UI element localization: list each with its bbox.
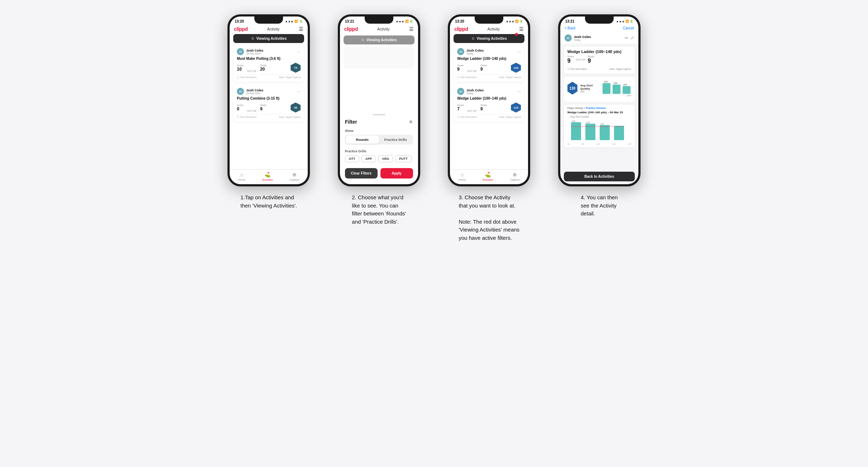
session-chart: 132 129 124 <box>567 119 628 141</box>
avatar-4: JC <box>565 34 572 42</box>
back-button[interactable]: < Back <box>565 26 576 30</box>
activities-icon-3: ⛳ <box>485 172 491 177</box>
status-icons-3: ▲▲▲ 📶 🔋 <box>506 20 523 23</box>
svg-rect-10 <box>585 124 595 140</box>
more-dots-1-2[interactable]: ··· <box>297 89 301 94</box>
hamburger-icon-1[interactable]: ☰ <box>299 26 303 32</box>
avg-sq-label: 130 Avg Shot Quality 130 <box>567 80 631 97</box>
stats-row-3-2: Score 7 OUT OF Shots 9 118 <box>457 103 521 113</box>
status-icons-4: ▲▲▲ 📶 🔋 <box>616 20 633 23</box>
card-footer-3-1: ⓘ Test Information Data: Clippd Capture <box>457 74 521 79</box>
pill-arg[interactable]: ARG <box>378 155 393 162</box>
modal-header: Filter ✕ <box>345 119 413 125</box>
activity-card-1-2[interactable]: JC Josh Coles 28 Feb 2023 ··· Putting Co… <box>233 85 304 122</box>
nav-activities-1[interactable]: ⛳ Activities <box>262 172 273 181</box>
more-dots-1-1[interactable]: ··· <box>297 49 301 54</box>
app-header-2: clippd Activity ☰ <box>340 25 418 34</box>
bottom-nav-3: ⌂ Home ⛳ Activities ⊕ Capture <box>450 169 528 184</box>
user-name-1-2: Josh Coles <box>246 89 263 92</box>
more-dots-3-1[interactable]: ··· <box>517 49 521 54</box>
detail-stats-row: Score 9 OUT OF Shots 9 <box>567 55 631 64</box>
expand-icon[interactable]: ⤢ <box>630 35 634 40</box>
player-activity-card: Player Activity > Practice Session Wedge… <box>564 105 635 147</box>
nav-home-3[interactable]: ⌂ Home <box>459 172 466 181</box>
status-icons-2: ▲▲▲ 📶 🔋 <box>396 20 413 23</box>
cancel-button[interactable]: Cancel <box>623 26 634 30</box>
phone-2: 13:21 ▲▲▲ 📶 🔋 clippd Activity ☰ ⚙ Viewin… <box>338 14 420 186</box>
nav-capture-3[interactable]: ⊕ Capture <box>510 172 520 181</box>
activity-card-3-2[interactable]: JC Josh Coles Today ··· Wedge Ladder (10… <box>454 85 524 122</box>
phone-3: 13:20 ▲▲▲ 📶 🔋 clippd Activity ☰ ⚙ Viewin… <box>448 14 530 186</box>
drill-name-3-1: Wedge Ladder (100–140 yds) <box>457 57 521 61</box>
detail-user-row: JC Josh Coles Today ✏ ⤢ <box>560 32 638 44</box>
svg-rect-9 <box>571 122 581 140</box>
app-title-3: Activity <box>487 27 500 31</box>
phone-notch-2 <box>365 16 393 24</box>
modal-actions: Clear Filters Apply <box>345 168 413 178</box>
stats-row-1-2: Score 0 OUT OF Shots 9 45 <box>237 103 301 113</box>
nav-capture-1[interactable]: ⊕ Capture <box>290 172 299 181</box>
app-logo-2: clippd <box>344 26 358 32</box>
practice-drills-label: Practice Drills <box>345 149 413 153</box>
toggle-practice-drills[interactable]: Practice Drills <box>379 135 412 144</box>
svg-text:129: 129 <box>586 121 590 124</box>
home-icon-3: ⌂ <box>461 172 464 177</box>
card-header-3-2: JC Josh Coles Today ··· <box>457 88 521 95</box>
detail-header: < Back Cancel <box>560 25 638 32</box>
phone-screen-2: 13:21 ▲▲▲ 📶 🔋 clippd Activity ☰ ⚙ Viewin… <box>340 16 418 184</box>
card-header-3-1: JC Josh Coles Today ··· <box>457 48 521 55</box>
session-label: Wedge Ladder (100–140 yds) – 06 Mar 23 <box>567 111 631 114</box>
card-header-1-2: JC Josh Coles 28 Feb 2023 ··· <box>237 88 301 95</box>
user-date-3-1: Today <box>466 52 484 55</box>
activity-card-3-1[interactable]: JC Josh Coles Today ··· Wedge Ladder (10… <box>454 45 524 82</box>
svg-text:132: 132 <box>572 120 576 122</box>
stats-row-1-1: Score 10 OUT OF Shots 20 75 <box>237 63 301 73</box>
detail-footer: ⓘ Test Information Data: Clippd Capture <box>567 68 631 71</box>
viewing-banner-3[interactable]: ⚙ Viewing Activities <box>454 34 524 43</box>
svg-text:132: 132 <box>604 81 608 83</box>
close-button[interactable]: ✕ <box>409 119 413 125</box>
activity-list-1: JC Josh Coles 28 Feb 2023 ··· Must Make … <box>230 45 308 169</box>
more-dots-3-2[interactable]: ··· <box>517 89 521 94</box>
pill-ott[interactable]: OTT <box>345 155 359 162</box>
capture-icon-3: ⊕ <box>513 172 517 177</box>
svg-rect-12 <box>614 126 624 140</box>
nav-home-1[interactable]: ⌂ Home <box>238 172 245 181</box>
toggle-rounds[interactable]: Rounds <box>346 135 379 144</box>
hamburger-icon-3[interactable]: ☰ <box>519 26 524 32</box>
nav-activities-3[interactable]: ⛳ Activities <box>483 172 493 181</box>
sq-badge-3-2: 118 <box>511 103 521 113</box>
phone-4: 13:21 ▲▲▲ 📶 🔋 < Back Cancel JC Josh Cole… <box>558 14 641 186</box>
back-to-activities-button[interactable]: Back to Activities <box>564 172 635 181</box>
svg-rect-1 <box>613 85 620 94</box>
modal-handle <box>373 114 385 115</box>
phone-screen-1: 13:20 ▲▲▲ 📶 🔋 clippd Activity ☰ ⚙ Viewin… <box>230 16 308 184</box>
edit-icon[interactable]: ✏ <box>625 35 628 40</box>
phone-notch-4 <box>585 16 614 24</box>
practice-session-link[interactable]: Practice Session <box>586 107 606 109</box>
avatar-3-2: JC <box>457 88 464 95</box>
detail-drill-name: Wedge Ladder (100–140 yds) <box>567 49 631 54</box>
sq-badge-3-1: 130 <box>511 63 521 73</box>
modal-title: Filter <box>345 119 357 125</box>
pill-app[interactable]: APP <box>361 155 376 162</box>
user-info-1-2: JC Josh Coles 28 Feb 2023 <box>237 88 263 95</box>
user-info-1-1: JC Josh Coles 28 Feb 2023 <box>237 48 263 55</box>
stats-row-3-1: Score 9 OUT OF Shots 9 130 <box>457 63 521 73</box>
clear-filters-button[interactable]: Clear Filters <box>345 168 378 178</box>
step-3-column: 13:20 ▲▲▲ 📶 🔋 clippd Activity ☰ ⚙ Viewin… <box>440 14 539 242</box>
detail-action-icons: ✏ ⤢ <box>625 35 634 40</box>
step-4-column: 13:21 ▲▲▲ 📶 🔋 < Back Cancel JC Josh Cole… <box>550 14 649 218</box>
pill-putt[interactable]: PUTT <box>395 155 412 162</box>
show-label: Show <box>345 129 413 133</box>
card-footer-1-2: ⓘ Test Information Data: Clippd Capture <box>237 114 301 119</box>
viewing-banner-bg-2: ⚙ Viewing Activities <box>344 35 414 44</box>
app-title-1: Activity <box>267 27 279 31</box>
viewing-activities-banner-1[interactable]: ⚙ Viewing Activities <box>233 34 304 43</box>
activity-card-1-1[interactable]: JC Josh Coles 28 Feb 2023 ··· Must Make … <box>233 45 304 82</box>
user-date-1-2: 28 Feb 2023 <box>246 92 263 95</box>
status-time-4: 13:21 <box>565 19 575 23</box>
apply-button[interactable]: Apply <box>380 168 413 178</box>
avatar-1-1: JC <box>237 48 244 55</box>
hamburger-icon-2[interactable]: ☰ <box>409 26 414 32</box>
